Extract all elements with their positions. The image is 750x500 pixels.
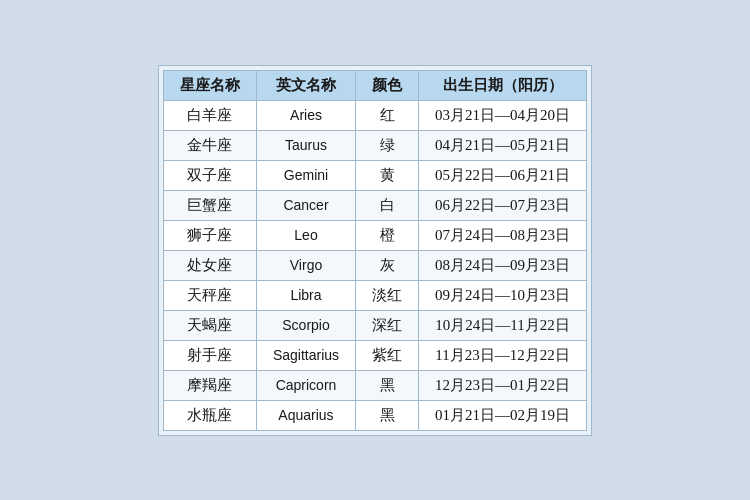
cell-color: 黄 (356, 160, 419, 190)
cell-en-name: Sagittarius (256, 340, 355, 370)
cell-date: 04月21日—05月21日 (419, 130, 587, 160)
table-row: 摩羯座Capricorn黑12月23日—01月22日 (163, 370, 586, 400)
table-row: 水瓶座Aquarius黑01月21日—02月19日 (163, 400, 586, 430)
cell-date: 06月22日—07月23日 (419, 190, 587, 220)
table-row: 白羊座Aries红03月21日—04月20日 (163, 100, 586, 130)
zodiac-table-container: 星座名称 英文名称 颜色 出生日期（阳历） 白羊座Aries红03月21日—04… (158, 65, 592, 436)
cell-date: 03月21日—04月20日 (419, 100, 587, 130)
table-row: 天秤座Libra淡红09月24日—10月23日 (163, 280, 586, 310)
cell-en-name: Libra (256, 280, 355, 310)
cell-en-name: Scorpio (256, 310, 355, 340)
header-zh-name: 星座名称 (163, 70, 256, 100)
table-row: 天蝎座Scorpio深红10月24日—11月22日 (163, 310, 586, 340)
cell-date: 01月21日—02月19日 (419, 400, 587, 430)
cell-color: 黑 (356, 370, 419, 400)
cell-en-name: Aries (256, 100, 355, 130)
cell-color: 白 (356, 190, 419, 220)
cell-en-name: Virgo (256, 250, 355, 280)
cell-date: 08月24日—09月23日 (419, 250, 587, 280)
table-row: 处女座Virgo灰08月24日—09月23日 (163, 250, 586, 280)
cell-en-name: Gemini (256, 160, 355, 190)
cell-zh-name: 狮子座 (163, 220, 256, 250)
cell-en-name: Taurus (256, 130, 355, 160)
cell-color: 紫红 (356, 340, 419, 370)
cell-zh-name: 巨蟹座 (163, 190, 256, 220)
cell-date: 12月23日—01月22日 (419, 370, 587, 400)
cell-en-name: Aquarius (256, 400, 355, 430)
table-row: 射手座Sagittarius紫红11月23日—12月22日 (163, 340, 586, 370)
cell-zh-name: 射手座 (163, 340, 256, 370)
zodiac-table: 星座名称 英文名称 颜色 出生日期（阳历） 白羊座Aries红03月21日—04… (163, 70, 587, 431)
header-color: 颜色 (356, 70, 419, 100)
cell-en-name: Cancer (256, 190, 355, 220)
cell-date: 09月24日—10月23日 (419, 280, 587, 310)
table-row: 巨蟹座Cancer白06月22日—07月23日 (163, 190, 586, 220)
cell-date: 11月23日—12月22日 (419, 340, 587, 370)
cell-color: 红 (356, 100, 419, 130)
header-en-name: 英文名称 (256, 70, 355, 100)
table-row: 双子座Gemini黄05月22日—06月21日 (163, 160, 586, 190)
cell-date: 10月24日—11月22日 (419, 310, 587, 340)
cell-color: 黑 (356, 400, 419, 430)
cell-zh-name: 天蝎座 (163, 310, 256, 340)
cell-date: 07月24日—08月23日 (419, 220, 587, 250)
cell-en-name: Leo (256, 220, 355, 250)
cell-date: 05月22日—06月21日 (419, 160, 587, 190)
cell-color: 灰 (356, 250, 419, 280)
header-date: 出生日期（阳历） (419, 70, 587, 100)
cell-zh-name: 天秤座 (163, 280, 256, 310)
cell-zh-name: 处女座 (163, 250, 256, 280)
table-row: 金牛座Taurus绿04月21日—05月21日 (163, 130, 586, 160)
table-header-row: 星座名称 英文名称 颜色 出生日期（阳历） (163, 70, 586, 100)
cell-zh-name: 水瓶座 (163, 400, 256, 430)
cell-color: 绿 (356, 130, 419, 160)
cell-color: 橙 (356, 220, 419, 250)
cell-color: 淡红 (356, 280, 419, 310)
cell-zh-name: 白羊座 (163, 100, 256, 130)
cell-zh-name: 金牛座 (163, 130, 256, 160)
cell-zh-name: 摩羯座 (163, 370, 256, 400)
cell-color: 深红 (356, 310, 419, 340)
cell-zh-name: 双子座 (163, 160, 256, 190)
table-row: 狮子座Leo橙07月24日—08月23日 (163, 220, 586, 250)
cell-en-name: Capricorn (256, 370, 355, 400)
